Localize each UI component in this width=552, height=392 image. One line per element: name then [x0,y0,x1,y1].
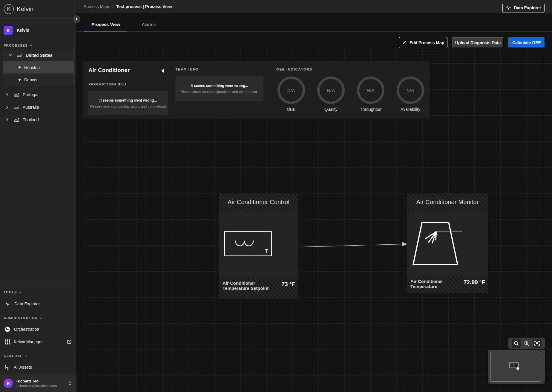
factory-icon [14,117,19,122]
node-title: Air Conditioner Control [219,194,298,211]
tab-process-view[interactable]: Process View [84,19,127,31]
processes-section-label[interactable]: PROCESSES [4,44,33,47]
node-metric: Air Conditioner Temperature 72.99 °F [407,276,488,293]
divider [169,66,169,114]
chevron-left-icon [75,17,78,21]
asset-title: Air Conditioner [88,67,130,74]
user-avatar: R [4,379,13,388]
chevron-down-icon [19,291,22,293]
sidebar-item-portugal[interactable]: Portugal [0,88,76,101]
user-email: richard.teo@kelvininc.com [16,384,57,388]
team-info-error: It seems something went wrong... Please … [175,76,263,101]
chevron-right-icon [6,105,10,109]
chevron-down-icon [24,355,27,357]
waveform-icon [506,6,511,10]
minimap[interactable] [488,350,545,384]
administration-section-label[interactable]: ADMINISTRATION [4,316,42,320]
team-info-label: TEAM INFO [175,68,199,71]
node-air-conditioner-monitor[interactable]: Air Conditioner Monitor Air Conditioner … [407,194,488,293]
sidebar-item-label: United States [26,53,52,58]
divider [270,66,270,114]
sidebar-item-label: Houston [24,65,40,70]
gauge-value: N/A [317,76,345,104]
node-air-conditioner-control[interactable]: Air Conditioner Control T Air Conditione… [219,194,298,299]
breadcrumb: Process Maps / Test process | Process Vi… [84,0,172,13]
user-menu[interactable]: R Richard Teo richard.teo@kelvininc.com [0,374,76,392]
quality-gauge: N/A Quality [317,76,345,104]
grid-apps-icon [5,339,10,344]
factory-icon [14,105,19,110]
sidebar-item-label: Thailand [23,117,39,122]
divider [0,311,76,311]
workspace-row[interactable]: K Kelvin [4,24,73,36]
gauge-label: OEE [269,107,314,112]
bullet-icon [19,66,21,68]
zoom-in-icon [524,341,529,346]
metric-value: 73 °F [281,281,295,296]
external-link-icon [67,339,72,344]
app-root: K Kelvin’ K Kelvin PROCESSES United Stat… [0,0,552,392]
svg-text:T: T [265,248,269,255]
gauge-value: N/A [397,76,424,104]
fit-view-icon [534,341,540,346]
node-title: Air Conditioner Monitor [407,194,488,211]
topbar: Process Maps / Test process | Process Vi… [76,0,552,13]
sidebar-item-thailand[interactable]: Thailand [0,114,76,126]
sidebar-item-label: All Assets [14,365,32,370]
workspace-avatar: K [4,26,13,35]
sidebar-item-all-assets[interactable]: All Assets [0,361,76,373]
tools-section-label[interactable]: TOOLS [4,290,22,294]
sidebar-item-united-states[interactable]: United States [3,49,73,61]
breadcrumb-root[interactable]: Process Maps [84,4,110,9]
sidebar-collapse-button[interactable] [73,15,80,23]
sidebar-item-data-explorer[interactable]: Data Explorer [0,298,76,310]
sidebar-item-denver[interactable]: Denver [3,74,73,86]
user-name: Richard Teo [16,379,57,383]
minimap-position-dot [516,367,520,370]
sidebar-item-houston[interactable]: Houston [3,61,73,74]
sidebar-item-label: Kelvin Manager [14,339,43,344]
collapse-panel-icon[interactable] [161,69,164,73]
tab-strip: Process View Alarms [76,13,552,32]
oee-gauge: N/A OEE [277,76,305,104]
zoom-in-button[interactable] [522,339,531,348]
brand-logo: K Kelvin’ [0,0,76,19]
gauge-value: N/A [357,76,384,104]
minimap-node [511,365,513,367]
process-map-canvas[interactable]: Edit Process Map Upload Diagnosis Data C… [76,32,552,392]
node-metric: Air Conditioner Temperature Setpoint 73 … [219,278,298,299]
sidebar-item-label: Orchestration [14,327,39,332]
general-section-label[interactable]: GENERAL [4,354,27,358]
calculate-oee-button[interactable]: Calculate OEE [508,37,545,48]
production-sku-error: It seems something went wrong... Please … [88,91,168,115]
sidebar-item-australia[interactable]: Australia [0,101,76,114]
sidebar-item-orchestration[interactable]: Orchestration [0,323,76,336]
gauge-label: Availability [388,107,433,112]
edge-control-to-monitor [298,239,409,249]
metric-label: Air Conditioner Temperature Setpoint [223,281,270,296]
sidebar-item-label: Data Explorer [14,301,40,306]
bullet-icon [19,79,21,81]
edit-process-map-button[interactable]: Edit Process Map [399,37,447,48]
data-explorer-button[interactable]: Data Explorer [502,3,545,13]
throughput-gauge: N/A Throughput [357,76,384,104]
chevron-down-icon [30,45,33,47]
sidebar-item-label: Australia [23,105,39,110]
zoom-out-icon [514,341,519,346]
chevron-down-icon [9,54,13,56]
pencil-icon [402,40,407,45]
zoom-out-button[interactable] [512,339,521,348]
upload-diagnosis-data-button[interactable]: Upload Diagnosis Data [452,37,504,48]
breadcrumb-separator: / [113,4,114,9]
brand-name: Kelvin’ [17,6,34,13]
kelvin-logo-icon: K [4,4,14,14]
oee-indicators-label: OEE INDICATORS [276,68,312,71]
sidebar: K Kelvin’ K Kelvin PROCESSES United Stat… [0,0,76,392]
tab-alarms[interactable]: Alarms [127,19,170,31]
air-flow-monitor-symbol-icon [412,221,463,266]
fit-view-button[interactable] [533,339,542,348]
asset-tree-icon [5,365,10,370]
chevron-right-icon [6,93,10,97]
sidebar-item-kelvin-manager[interactable]: Kelvin Manager [0,336,76,348]
factory-icon [14,92,19,97]
